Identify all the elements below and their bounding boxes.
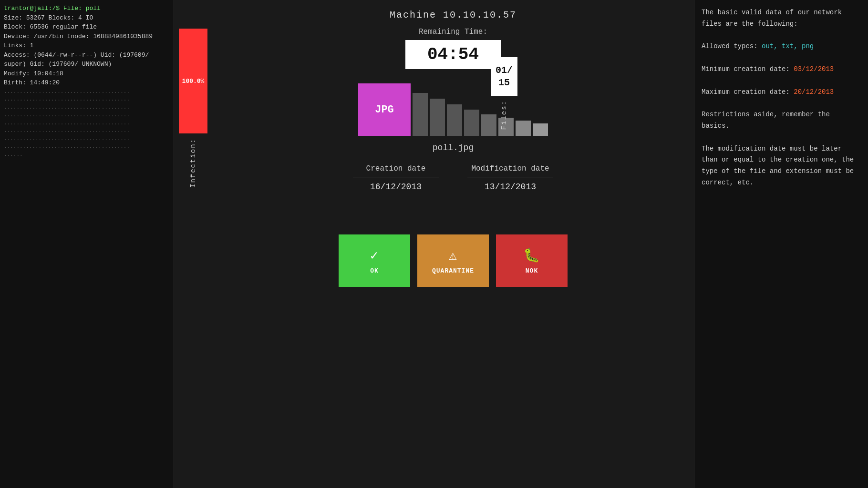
files-count-line1: 01/ [496,64,513,77]
terminal-line7: Modify: 10:04:18 [4,69,170,79]
terminal-dots7: ........................................ [4,135,170,143]
creation-date-col: Creation date 16/12/2013 [353,164,439,192]
files-count-box: 01/ 15 [491,57,517,96]
terminal-panel: trantor@jail:/$ File: poll Size: 53267 B… [0,0,174,488]
check-icon: ✓ [370,247,379,264]
info-min-date: Minimum creation date: 03/12/2013 [702,64,861,75]
info-basics: The modification date must be later than… [702,143,861,189]
terminal-dots4: ........................................ [4,111,170,119]
terminal-line4: Links: 1 [4,41,170,51]
terminal-line6: super) Gid: (197609/ UNKNOWN) [4,60,170,69]
right-info-panel: The basic valid data of our network file… [694,0,868,488]
dates-section: Creation date 16/12/2013 Modification da… [353,164,553,192]
ok-label: OK [370,267,379,274]
modification-date-col: Modification date 13/12/2013 [467,164,553,192]
stack-block-8 [533,123,548,136]
info-restrictions: Restrictions aside, remember the basics. [702,109,861,132]
stack-block-7 [516,121,531,136]
bug-icon: 🐛 [523,247,540,264]
files-count-line2: 15 [496,77,513,89]
timer-display: 04:54 [405,40,501,69]
stack-block-2 [430,99,445,136]
creation-date-label: Creation date [353,164,439,177]
machine-title: Machine 10.10.10.57 [390,10,517,20]
terminal-dots9: ...... [4,151,170,159]
terminal-dots6: ........................................ [4,127,170,135]
info-max-date: Maximum creation date: 20/12/2013 [702,87,861,98]
stack-block-4 [464,110,479,136]
infection-percentage: 100.0% [182,78,205,85]
ok-button[interactable]: ✓ OK [339,234,410,287]
infection-panel: 100.0% Infection: [174,0,212,488]
terminal-line2: Block: 65536 regular file [4,22,170,32]
files-indicator: 01/ 15 Files: [491,57,517,130]
file-name: poll.jpg [433,143,474,152]
modification-date-label: Modification date [467,164,553,177]
terminal-dots5: ........................................ [4,119,170,127]
remaining-time-label: Remaining Time: [419,28,487,36]
creation-date-value: 16/12/2013 [370,182,422,192]
terminal-prompt: trantor@jail:/$ File: poll [4,4,170,13]
terminal-dots8: ........................................ [4,142,170,151]
stack-block-1 [413,93,428,136]
terminal-dots2: ........................................ [4,95,170,103]
terminal-line8: Birth: 14:49:20 [4,78,170,88]
info-line1: The basic valid data of our network file… [702,7,861,30]
file-type-block: JPG [358,83,411,136]
infection-label-text: Infection: [189,138,197,188]
info-allowed-types: Allowed types: out, txt, png [702,41,861,52]
terminal-dots3: ........................................ [4,103,170,112]
files-label-text: Files: [500,100,508,130]
quarantine-label: QUARANTINE [432,267,474,274]
terminal-line1: Size: 53267 Blocks: 4 IO [4,13,170,23]
terminal-dots1: ........................................ [4,88,170,96]
modification-date-value: 13/12/2013 [485,182,536,192]
file-visual: JPG [358,83,548,136]
action-buttons: ✓ OK ⚠ QUARANTINE 🐛 NOK [339,234,568,287]
main-panel: Machine 10.10.10.57 Remaining Time: 04:5… [212,0,694,488]
infection-bar-container: 100.0% [179,29,207,133]
quarantine-button[interactable]: ⚠ QUARANTINE [417,234,489,287]
quarantine-icon: ⚠ [449,247,457,264]
terminal-line3: Device: /usr/bin Inode: 1688849861035889 [4,32,170,41]
nok-label: NOK [526,267,538,274]
stack-block-3 [447,104,462,136]
terminal-line5: Access: (0644/-rw-r--r--) Uid: (197609/ [4,51,170,60]
nok-button[interactable]: 🐛 NOK [496,234,568,287]
